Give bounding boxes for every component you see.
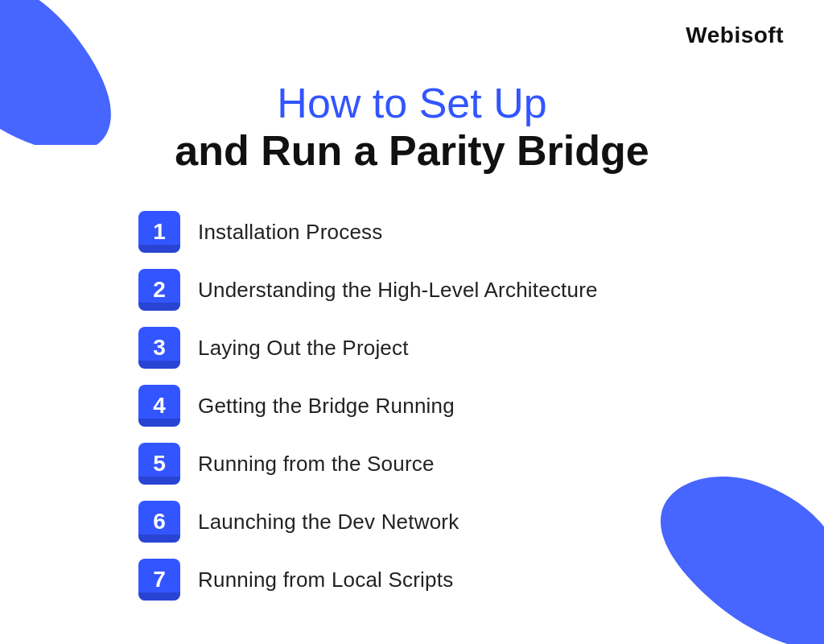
list-item: 3Laying Out the Project bbox=[138, 319, 686, 377]
list-item: 4Getting the Bridge Running bbox=[138, 377, 686, 435]
number-badge-5: 5 bbox=[138, 443, 180, 485]
list-item: 6Launching the Dev Network bbox=[138, 493, 686, 551]
item-text-4: Getting the Bridge Running bbox=[198, 394, 455, 419]
main-content: How to Set Up and Run a Parity Bridge 1I… bbox=[0, 80, 824, 609]
number-badge-7: 7 bbox=[138, 559, 180, 601]
list-item: 1Installation Process bbox=[138, 203, 686, 261]
number-badge-3: 3 bbox=[138, 327, 180, 369]
item-text-2: Understanding the High-Level Architectur… bbox=[198, 278, 598, 303]
list-item: 7Running from Local Scripts bbox=[138, 551, 686, 609]
title-line1: How to Set Up bbox=[277, 80, 546, 126]
list-item: 2Understanding the High-Level Architectu… bbox=[138, 261, 686, 319]
item-text-1: Installation Process bbox=[198, 220, 382, 245]
number-badge-1: 1 bbox=[138, 211, 180, 253]
item-text-5: Running from the Source bbox=[198, 452, 435, 477]
item-text-3: Laying Out the Project bbox=[198, 336, 409, 361]
item-text-7: Running from Local Scripts bbox=[198, 568, 453, 592]
number-badge-4: 4 bbox=[138, 385, 180, 427]
brand-name: Webisoft bbox=[686, 23, 784, 48]
page-container: Webisoft How to Set Up and Run a Parity … bbox=[0, 0, 824, 644]
title-line2: and Run a Parity Bridge bbox=[175, 128, 649, 174]
number-badge-2: 2 bbox=[138, 269, 180, 311]
number-badge-6: 6 bbox=[138, 501, 180, 543]
item-text-6: Launching the Dev Network bbox=[198, 510, 459, 535]
list-item: 5Running from the Source bbox=[138, 435, 686, 493]
items-list: 1Installation Process2Understanding the … bbox=[138, 203, 686, 609]
